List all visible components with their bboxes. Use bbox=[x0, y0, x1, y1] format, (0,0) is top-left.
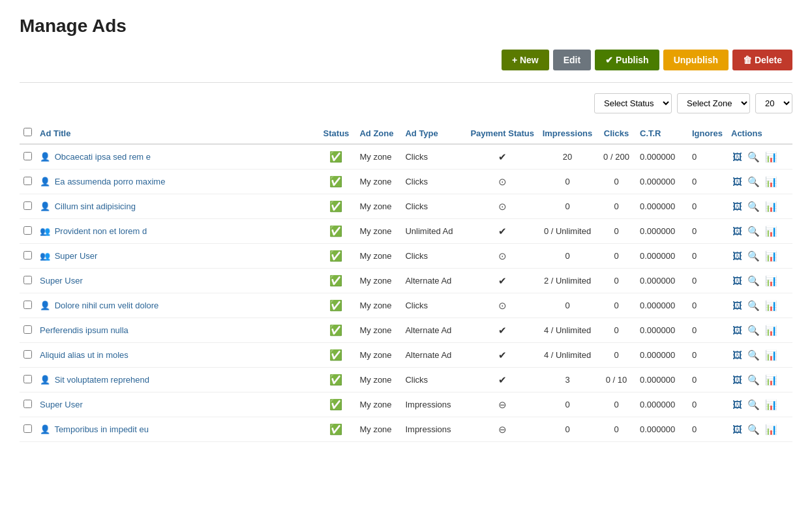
per-page-filter[interactable]: 20 5 10 50 bbox=[755, 93, 792, 113]
row-checkbox-8[interactable] bbox=[23, 350, 32, 359]
payment-cell: ⊖ bbox=[466, 417, 538, 442]
status-cell: ✅ bbox=[316, 244, 355, 269]
ad-title-link[interactable]: Super User bbox=[40, 400, 83, 409]
preview-action-icon[interactable]: 🔍 bbox=[747, 300, 760, 312]
stats-action-icon[interactable]: 📊 bbox=[765, 424, 777, 436]
zone-filter[interactable]: Select Zone My zone bbox=[677, 93, 750, 113]
ad-title-link[interactable]: Ea assumenda porro maxime bbox=[55, 177, 166, 186]
status-filter[interactable]: Select Status Published Unpublished bbox=[594, 93, 672, 113]
ignores-cell: 0 bbox=[688, 318, 727, 343]
impressions-cell: 0 bbox=[538, 244, 597, 269]
ignores-cell: 0 bbox=[688, 392, 727, 417]
table-row: 👤 Dolore nihil cum velit dolore ✅ My zon… bbox=[20, 293, 792, 318]
ad-title-link[interactable]: Obcaecati ipsa sed rem e bbox=[55, 152, 151, 162]
preview-action-icon[interactable]: 🔍 bbox=[747, 275, 760, 287]
zone-cell: My zone bbox=[355, 144, 401, 170]
col-header-impressions: Impressions bbox=[538, 123, 597, 144]
status-cell: ✅ bbox=[316, 392, 355, 417]
image-action-icon[interactable]: 🖼 bbox=[732, 250, 742, 261]
impressions-cell: 0 / Unlimited bbox=[538, 219, 597, 244]
stats-action-icon[interactable]: 📊 bbox=[765, 349, 777, 361]
ad-title-link[interactable]: Aliquid alias ut in moles bbox=[40, 350, 128, 360]
stats-action-icon[interactable]: 📊 bbox=[765, 300, 777, 312]
ctr-cell: 0.000000 bbox=[636, 318, 688, 343]
stats-action-icon[interactable]: 📊 bbox=[765, 325, 777, 336]
actions-cell: 🖼 🔍 📊 bbox=[727, 417, 792, 442]
stats-action-icon[interactable]: 📊 bbox=[765, 250, 777, 262]
row-checkbox-4[interactable] bbox=[23, 251, 32, 259]
image-action-icon[interactable]: 🖼 bbox=[732, 325, 742, 336]
image-action-icon[interactable]: 🖼 bbox=[732, 226, 742, 237]
image-action-icon[interactable]: 🖼 bbox=[732, 424, 742, 435]
ad-title-link[interactable]: Super User bbox=[40, 276, 83, 286]
preview-action-icon[interactable]: 🔍 bbox=[747, 226, 760, 237]
row-checkbox-11[interactable] bbox=[23, 424, 32, 433]
row-checkbox-9[interactable] bbox=[23, 375, 32, 383]
stats-action-icon[interactable]: 📊 bbox=[765, 275, 777, 287]
ad-title-link[interactable]: Cillum sint adipisicing bbox=[55, 201, 136, 211]
status-icon: ✅ bbox=[329, 325, 342, 336]
image-action-icon[interactable]: 🖼 bbox=[732, 151, 742, 162]
image-action-icon[interactable]: 🖼 bbox=[732, 399, 742, 410]
type-cell: Clicks bbox=[401, 244, 466, 269]
row-checkbox-6[interactable] bbox=[23, 301, 32, 309]
status-icon: ✅ bbox=[329, 399, 342, 410]
status-icon: ✅ bbox=[329, 424, 342, 435]
stats-action-icon[interactable]: 📊 bbox=[765, 399, 777, 411]
ad-title-link[interactable]: Perferendis ipsum nulla bbox=[40, 325, 128, 335]
ad-title-link[interactable]: Sit voluptatem reprehend bbox=[55, 375, 149, 385]
col-header-ctr: C.T.R bbox=[636, 123, 688, 144]
stats-action-icon[interactable]: 📊 bbox=[765, 226, 777, 237]
status-cell: ✅ bbox=[316, 293, 355, 318]
row-checkbox-10[interactable] bbox=[23, 400, 32, 408]
delete-button[interactable]: 🗑 Delete bbox=[732, 50, 792, 70]
new-button[interactable]: + New bbox=[502, 50, 549, 70]
row-checkbox-0[interactable] bbox=[23, 152, 32, 160]
image-action-icon[interactable]: 🖼 bbox=[732, 300, 742, 311]
preview-action-icon[interactable]: 🔍 bbox=[747, 176, 760, 188]
row-checkbox-7[interactable] bbox=[23, 325, 32, 334]
image-action-icon[interactable]: 🖼 bbox=[732, 349, 742, 361]
row-checkbox-2[interactable] bbox=[23, 201, 32, 210]
ignores-cell: 0 bbox=[688, 417, 727, 442]
ad-title-link[interactable]: Super User bbox=[55, 251, 98, 261]
preview-action-icon[interactable]: 🔍 bbox=[747, 399, 760, 411]
status-cell: ✅ bbox=[316, 194, 355, 219]
type-cell: Impressions bbox=[401, 392, 466, 417]
image-action-icon[interactable]: 🖼 bbox=[732, 374, 742, 385]
unpublish-button[interactable]: Unpublish bbox=[663, 50, 729, 70]
payment-cell: ⊙ bbox=[466, 293, 538, 318]
actions-cell: 🖼 🔍 📊 bbox=[727, 194, 792, 219]
preview-action-icon[interactable]: 🔍 bbox=[747, 424, 760, 436]
toolbar: + New Edit ✔ Publish Unpublish 🗑 Delete bbox=[20, 50, 792, 70]
row-checkbox-5[interactable] bbox=[23, 276, 32, 284]
ctr-cell: 0.000000 bbox=[636, 368, 688, 392]
stats-action-icon[interactable]: 📊 bbox=[765, 374, 777, 386]
table-row: 👤 Ea assumenda porro maxime ✅ My zone Cl… bbox=[20, 170, 792, 194]
preview-action-icon[interactable]: 🔍 bbox=[747, 325, 760, 336]
image-action-icon[interactable]: 🖼 bbox=[732, 176, 742, 187]
ad-title-link[interactable]: Provident non et lorem d bbox=[55, 226, 147, 236]
row-checkbox-1[interactable] bbox=[23, 177, 32, 185]
stats-action-icon[interactable]: 📊 bbox=[765, 201, 777, 213]
preview-action-icon[interactable]: 🔍 bbox=[747, 374, 760, 386]
row-checkbox-3[interactable] bbox=[23, 226, 32, 235]
stats-action-icon[interactable]: 📊 bbox=[765, 151, 777, 163]
preview-action-icon[interactable]: 🔍 bbox=[747, 201, 760, 213]
image-action-icon[interactable]: 🖼 bbox=[732, 201, 742, 212]
ad-title-cell: 👥 Provident non et lorem d bbox=[36, 219, 316, 244]
select-all-checkbox[interactable] bbox=[23, 128, 32, 136]
preview-action-icon[interactable]: 🔍 bbox=[747, 250, 760, 262]
table-row: Aliquid alias ut in moles ✅ My zone Alte… bbox=[20, 343, 792, 368]
preview-action-icon[interactable]: 🔍 bbox=[747, 349, 760, 361]
image-action-icon[interactable]: 🖼 bbox=[732, 275, 742, 286]
preview-action-icon[interactable]: 🔍 bbox=[747, 151, 760, 163]
publish-button[interactable]: ✔ Publish bbox=[595, 50, 659, 70]
ad-title-link[interactable]: Temporibus in impedit eu bbox=[54, 424, 149, 434]
clicks-cell: 0 bbox=[597, 269, 636, 293]
stats-action-icon[interactable]: 📊 bbox=[765, 176, 777, 188]
edit-button[interactable]: Edit bbox=[553, 50, 591, 70]
status-cell: ✅ bbox=[316, 144, 355, 170]
zone-cell: My zone bbox=[355, 318, 401, 343]
ad-title-link[interactable]: Dolore nihil cum velit dolore bbox=[55, 301, 159, 310]
